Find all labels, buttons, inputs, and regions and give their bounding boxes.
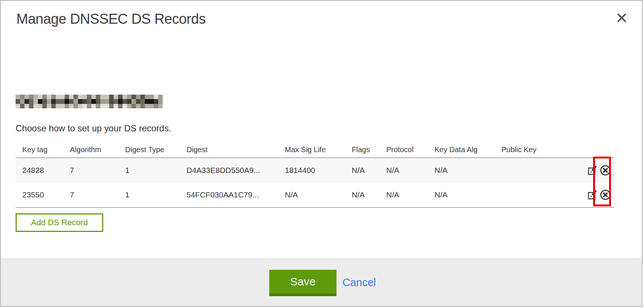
- cell-protocol: N/A: [386, 190, 435, 199]
- table-row: 24828 7 1 D4A33E8DD550A9... 1814400 N/A …: [16, 157, 614, 183]
- modal-footer: Save Cancel: [1, 258, 642, 306]
- cell-digest: D4A33E8DD550A9...: [186, 166, 285, 175]
- cell-max-sig-life: 1814400: [285, 166, 352, 175]
- circle-x-icon: [599, 164, 611, 176]
- header-max-sig-life: Max Sig Life: [285, 145, 352, 154]
- edit-record-button[interactable]: [587, 190, 598, 200]
- row-actions: [577, 164, 611, 176]
- cell-algorithm: 7: [70, 190, 125, 199]
- close-button[interactable]: [614, 10, 629, 25]
- dnssec-modal: Manage DNSSEC DS Records Choose how to s…: [0, 0, 643, 307]
- save-button[interactable]: Save: [269, 270, 336, 296]
- table-row: 23550 7 1 54FCF030AA1C79... N/A N/A N/A …: [16, 183, 614, 208]
- cell-digest-type: 1: [125, 166, 186, 175]
- cell-protocol: N/A: [386, 166, 435, 175]
- cell-digest-type: 1: [125, 190, 186, 199]
- header-digest-type: Digest Type: [125, 145, 186, 154]
- cell-key-data-alg: N/A: [435, 190, 501, 199]
- cancel-link[interactable]: Cancel: [342, 276, 376, 289]
- cell-key-data-alg: N/A: [435, 166, 501, 175]
- header-protocol: Protocol: [386, 145, 435, 154]
- cell-key-tag: 24828: [22, 166, 70, 175]
- delete-record-button[interactable]: [599, 164, 611, 176]
- table-header-row: Key tag Algorithm Digest Type Digest Max…: [16, 143, 614, 157]
- instruction-text: Choose how to set up your DS records.: [16, 123, 171, 134]
- circle-x-icon: [599, 189, 611, 201]
- page-title: Manage DNSSEC DS Records: [16, 11, 206, 27]
- edit-pencil-icon: [587, 165, 598, 176]
- cell-max-sig-life: N/A: [285, 190, 352, 199]
- add-ds-record-button[interactable]: Add DS Record: [16, 213, 103, 232]
- edit-record-button[interactable]: [587, 165, 598, 176]
- ds-records-table: Key tag Algorithm Digest Type Digest Max…: [16, 143, 614, 208]
- header-key-tag: Key tag: [22, 145, 70, 154]
- header-key-data-alg: Key Data Alg: [435, 145, 501, 154]
- cell-algorithm: 7: [70, 166, 125, 175]
- cell-flags: N/A: [352, 190, 386, 199]
- header-flags: Flags: [352, 145, 386, 154]
- cell-key-tag: 23550: [22, 190, 70, 199]
- edit-pencil-icon: [587, 190, 598, 200]
- close-icon: [617, 13, 627, 23]
- cell-digest: 54FCF030AA1C79...: [186, 190, 285, 199]
- header-digest: Digest: [186, 145, 285, 154]
- header-algorithm: Algorithm: [70, 145, 125, 154]
- header-public-key: Public Key: [501, 145, 577, 154]
- row-actions: [577, 189, 611, 201]
- cell-flags: N/A: [352, 166, 386, 175]
- delete-record-button[interactable]: [599, 189, 611, 201]
- redacted-domain-name: [16, 95, 163, 108]
